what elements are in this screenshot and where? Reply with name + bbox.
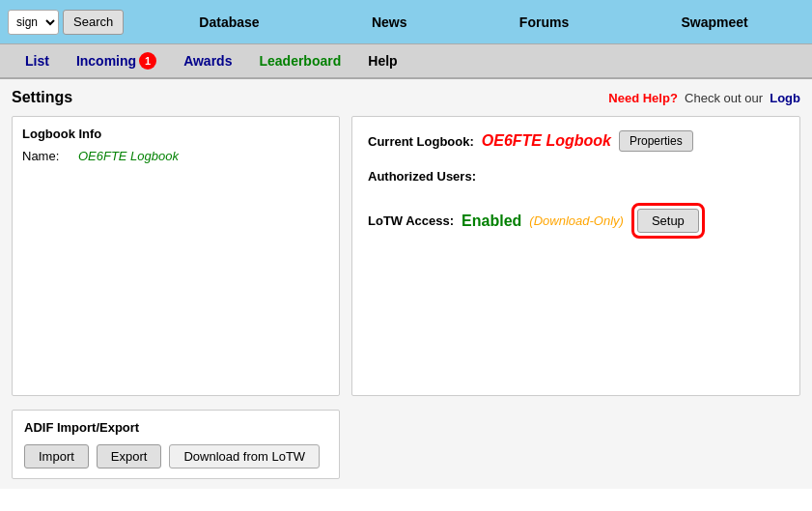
main-content: Settings Need Help? Check out our Logb L… — [0, 79, 812, 489]
nav-news[interactable]: News — [360, 11, 419, 34]
need-help-label: Need Help? — [608, 91, 678, 105]
search-button[interactable]: Search — [63, 10, 124, 35]
import-button[interactable]: Import — [24, 444, 89, 468]
settings-title: Settings — [12, 89, 72, 106]
top-nav-links: Database News Forums Swapmeet — [143, 11, 804, 34]
logbook-name-value: OE6FTE Logbook — [63, 149, 179, 163]
authorized-users-label: Authorized Users: — [368, 169, 476, 184]
download-from-lotw-button[interactable]: Download from LoTW — [169, 444, 320, 468]
sec-nav-leaderboard[interactable]: Leaderboard — [245, 44, 354, 77]
setup-button-wrapper: Setup — [631, 203, 705, 239]
export-button[interactable]: Export — [97, 444, 162, 468]
name-label: Name: — [22, 149, 59, 163]
current-logbook-row: Current Logbook: OE6FTE Logbook Properti… — [368, 130, 784, 152]
adif-import-export-section: ADIF Import/Export Import Export Downloa… — [12, 410, 340, 479]
properties-button[interactable]: Properties — [619, 130, 693, 152]
authorized-users-row: Authorized Users: — [368, 169, 784, 184]
setup-button[interactable]: Setup — [637, 209, 699, 233]
secondary-nav-bar: List Incoming 1 Awards Leaderboard Help — [0, 44, 812, 79]
logb-link[interactable]: Logb — [770, 91, 800, 105]
current-logbook-value: OE6FTE Logbook — [482, 132, 611, 150]
check-out-label: Check out our — [685, 91, 763, 105]
nav-forums[interactable]: Forums — [508, 11, 580, 34]
sec-nav-help[interactable]: Help — [354, 44, 410, 77]
logbook-name-row: Name: OE6FTE Logbook — [22, 149, 329, 163]
incoming-badge: 1 — [139, 52, 156, 70]
sign-select[interactable]: sign — [8, 10, 59, 35]
lotw-access-label: LoTW Access: — [368, 213, 454, 228]
logbook-info-heading: Logbook Info — [22, 127, 329, 141]
right-panel: Current Logbook: OE6FTE Logbook Properti… — [351, 116, 800, 396]
need-help-text: Need Help? Check out our Logb — [608, 91, 800, 105]
nav-database[interactable]: Database — [187, 11, 270, 34]
adif-button-row: Import Export Download from LoTW — [24, 444, 327, 468]
sign-search-group: sign Search — [8, 10, 124, 35]
sec-nav-list[interactable]: List — [12, 44, 63, 77]
sec-nav-incoming[interactable]: Incoming 1 — [63, 44, 170, 77]
lotw-access-row: LoTW Access: Enabled (Download-Only) Set… — [368, 203, 784, 239]
nav-swapmeet[interactable]: Swapmeet — [670, 11, 760, 34]
adif-heading: ADIF Import/Export — [24, 420, 327, 435]
lotw-enabled-value: Enabled — [462, 213, 521, 230]
sec-nav-awards[interactable]: Awards — [170, 44, 245, 77]
top-nav-bar: sign Search Database News Forums Swapmee… — [0, 0, 812, 44]
settings-header: Settings Need Help? Check out our Logb — [12, 89, 800, 106]
current-logbook-label: Current Logbook: — [368, 134, 474, 149]
settings-body: Logbook Info Name: OE6FTE Logbook Curren… — [12, 116, 800, 396]
download-only-label: (Download-Only) — [529, 213, 624, 228]
left-panel: Logbook Info Name: OE6FTE Logbook — [12, 116, 340, 396]
